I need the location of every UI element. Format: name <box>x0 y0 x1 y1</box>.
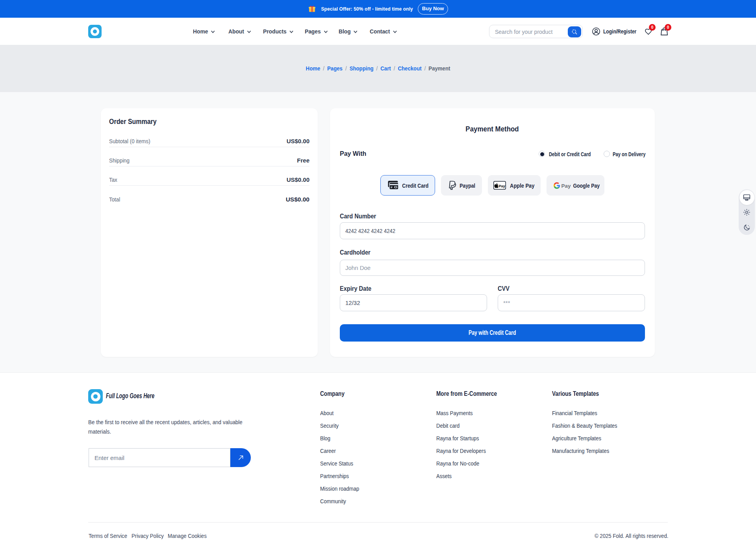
svg-text:Pay: Pay <box>499 184 506 188</box>
svg-text:Pay: Pay <box>561 183 571 188</box>
